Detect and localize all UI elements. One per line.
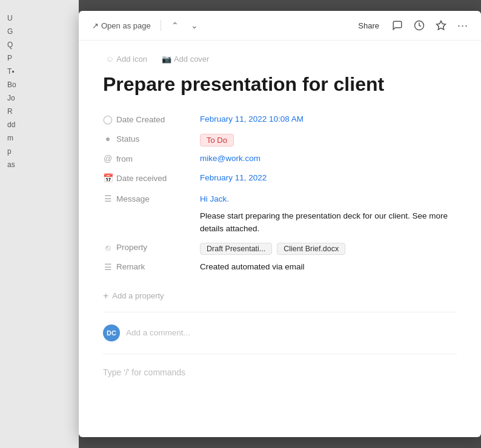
remark-value[interactable]: Created automated via email (200, 262, 457, 271)
from-label: @ from (103, 154, 200, 163)
comment-input[interactable]: Add a comment... (126, 328, 190, 337)
link-icon: ⎋ (103, 243, 113, 252)
sidebar-item-2[interactable]: Q (5, 39, 79, 51)
sidebar-item-9[interactable]: m (5, 132, 79, 144)
properties-table: ◯ Date Created February 11, 2022 10:08 A… (103, 111, 457, 278)
prop-row-date-received: 📅 Date received February 11, 2022 (103, 170, 457, 189)
open-as-page-label: Open as page (101, 21, 151, 30)
sidebar-item-11[interactable]: as (5, 159, 79, 171)
star-icon-button[interactable] (433, 17, 449, 34)
date-created-label: ◯ Date Created (103, 114, 200, 124)
add-property-button[interactable]: + Add a property (103, 288, 457, 305)
file-tag-2[interactable]: Client Brief.docx (277, 243, 345, 255)
image-icon: 📷 (162, 54, 171, 64)
page-title[interactable]: Prepare presentation for client (103, 72, 457, 96)
sidebar-item-3[interactable]: P (5, 52, 79, 64)
remark-label: ☰ Remark (103, 262, 200, 272)
remark-lines-icon: ☰ (103, 262, 113, 272)
add-icon-button[interactable]: ☺ Add icon (103, 53, 150, 65)
add-cover-button[interactable]: 📷 Add cover (159, 53, 212, 65)
toolbar-divider (161, 20, 161, 31)
status-value[interactable]: To Do (200, 134, 457, 147)
file-tag-1[interactable]: Draft Presentati... (200, 243, 272, 255)
add-icon-label: Add icon (116, 54, 147, 64)
from-value[interactable]: mike@work.com (200, 154, 457, 163)
avatar: DC (103, 324, 120, 341)
clock-icon: ◯ (103, 114, 113, 124)
open-page-icon: ↗ (92, 21, 99, 30)
share-button[interactable]: Share (353, 19, 384, 32)
sidebar-item-5[interactable]: Bo (5, 79, 79, 91)
modal-toolbar: ↗ Open as page ⌃ ⌄ Share (79, 11, 481, 41)
sidebar-background: U G Q P T▪ Bo Jo R dd m p as (0, 0, 79, 448)
nav-up-button[interactable]: ⌃ (167, 18, 183, 33)
message-label: ☰ Message (103, 193, 200, 203)
status-label: ● Status (103, 134, 200, 143)
smiley-icon: ☺ (105, 54, 114, 64)
modal-body: ☺ Add icon 📷 Add cover Prepare presentat… (79, 41, 481, 437)
property-label: ⎋ Property (103, 243, 200, 252)
property-value: Draft Presentati... Client Brief.docx (200, 243, 457, 255)
calendar-icon: 📅 (103, 173, 113, 183)
date-created-value[interactable]: February 11, 2022 10:08 AM (200, 114, 457, 124)
sidebar-item-6[interactable]: Jo (5, 92, 79, 104)
message-value[interactable]: Hi Jack. Please start preparing the pres… (200, 193, 457, 236)
sidebar-item-10[interactable]: p (5, 145, 79, 157)
date-received-value[interactable]: February 11, 2022 (200, 173, 457, 182)
comment-icon-button[interactable] (389, 17, 406, 34)
add-property-label: Add a property (112, 291, 164, 300)
more-options-button[interactable]: ··· (454, 17, 471, 34)
comment-row: DC Add a comment... (103, 320, 457, 346)
nav-down-button[interactable]: ⌄ (187, 18, 202, 33)
status-badge[interactable]: To Do (200, 134, 234, 147)
sidebar-item-7[interactable]: R (5, 105, 79, 117)
prop-row-status: ● Status To Do (103, 130, 457, 150)
divider-1 (103, 312, 457, 312)
message-greeting: Hi Jack. (200, 193, 229, 206)
prop-row-from: @ from mike@work.com (103, 150, 457, 170)
prop-row-remark: ☰ Remark Created automated via email (103, 259, 457, 278)
status-dot-icon: ● (103, 134, 113, 143)
date-received-label: 📅 Date received (103, 173, 200, 183)
message-lines-icon: ☰ (103, 194, 113, 203)
sidebar-item-0[interactable]: U (5, 12, 79, 24)
prop-row-date-created: ◯ Date Created February 11, 2022 10:08 A… (103, 111, 457, 130)
add-cover-label: Add cover (174, 54, 210, 64)
command-input[interactable] (103, 361, 457, 383)
sidebar-nav: U G Q P T▪ Bo Jo R dd m p as (0, 0, 79, 171)
open-as-page-button[interactable]: ↗ Open as page (88, 19, 154, 32)
sidebar-item-8[interactable]: dd (5, 119, 79, 131)
prop-row-property: ⎋ Property Draft Presentati... Client Br… (103, 239, 457, 259)
at-icon: @ (103, 154, 113, 163)
message-body: Please start preparing the presentation … (200, 209, 457, 236)
sidebar-item-1[interactable]: G (5, 25, 79, 38)
prop-row-message: ☰ Message Hi Jack. Please start preparin… (103, 189, 457, 239)
sidebar-item-4[interactable]: T▪ (5, 65, 79, 77)
add-meta-row: ☺ Add icon 📷 Add cover (103, 53, 457, 65)
divider-2 (103, 354, 457, 354)
modal-panel: ↗ Open as page ⌃ ⌄ Share (79, 11, 481, 437)
plus-icon: + (103, 291, 108, 301)
history-icon-button[interactable] (411, 17, 428, 34)
toolbar-right: Share ··· (353, 17, 471, 34)
svg-marker-1 (437, 21, 446, 30)
